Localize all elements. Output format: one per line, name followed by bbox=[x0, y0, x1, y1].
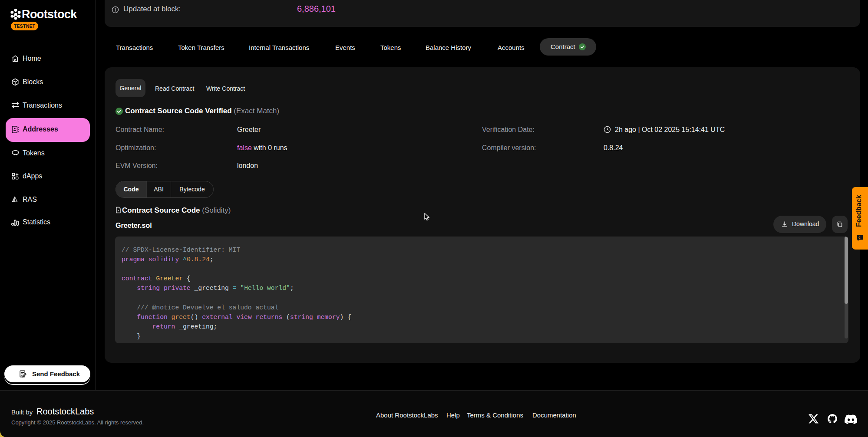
svg-text:c: c bbox=[858, 235, 861, 240]
